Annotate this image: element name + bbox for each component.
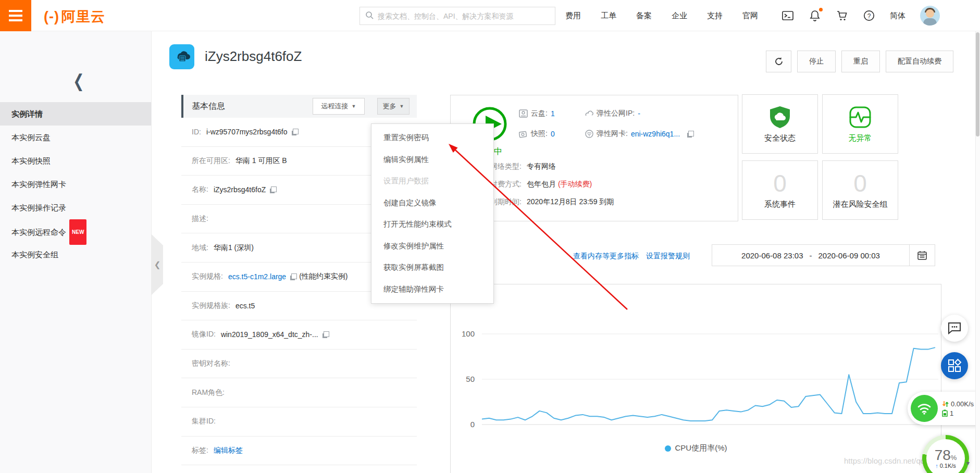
app-grid-icon	[947, 358, 962, 373]
sidebar-item[interactable]: 本实例云盘	[0, 126, 151, 149]
field-label: 标签:	[192, 446, 208, 455]
scrollbar-thumb[interactable]	[976, 32, 979, 136]
info-field-row: 镜像ID: win2019_1809_x64_dtc_zh-...	[181, 320, 417, 350]
eni-link[interactable]: eni-wz9hi6q1...	[631, 130, 680, 138]
page-title: iZys2rbsg4t6foZ	[205, 48, 302, 65]
hamburger-menu-button[interactable]	[0, 0, 31, 31]
date-to: 2020-06-09 00:03	[818, 251, 880, 260]
snapshot-count-link[interactable]: 0	[551, 130, 555, 138]
sidebar-item-label: 本实例远程命令	[11, 228, 66, 236]
sidebar-item[interactable]: 本实例远程命令NEW	[0, 219, 151, 243]
topnav-item[interactable]: 费用	[565, 11, 581, 21]
dropdown-menu-item[interactable]: 绑定辅助弹性网卡	[371, 279, 493, 301]
vertical-scrollbar	[975, 31, 980, 473]
legend-label: CPU使用率(%)	[675, 443, 727, 453]
system-events-label: 系统事件	[764, 200, 796, 209]
topnav-item[interactable]: 支持	[707, 11, 723, 21]
more-metrics-link[interactable]: 查看内存等更多指标	[573, 252, 639, 261]
chevron-down-icon: ▼	[352, 104, 356, 109]
field-label: 密钥对名称:	[192, 359, 230, 368]
cart-icon[interactable]	[836, 9, 848, 22]
sidebar-item[interactable]: 本实例弹性网卡	[0, 172, 151, 196]
topnav-item[interactable]: 备案	[636, 11, 652, 21]
search-input[interactable]	[378, 12, 550, 20]
sidebar-item[interactable]: 实例详情	[0, 102, 151, 126]
field-label: 镜像ID:	[192, 330, 216, 339]
system-events-card[interactable]: 0 系统事件	[742, 160, 818, 220]
stop-button[interactable]: 停止	[797, 51, 836, 72]
restart-button[interactable]: 重启	[841, 51, 880, 72]
dropdown-menu-item[interactable]: 创建自定义镜像	[371, 192, 493, 214]
wifi-icon	[911, 395, 938, 422]
sidebar-item[interactable]: 本实例操作记录	[0, 196, 151, 219]
sidebar-back-arrow[interactable]: ❮	[73, 70, 84, 91]
dropdown-menu-item[interactable]: 修改实例维护属性	[371, 235, 493, 257]
sidebar-item[interactable]: 本实例快照	[0, 149, 151, 172]
health-status-card[interactable]: 无异常	[822, 94, 898, 154]
remote-connect-button[interactable]: 远程连接▼	[313, 98, 365, 115]
snapshot-count-row: 快照:0	[519, 129, 555, 139]
language-switch[interactable]: 简体	[890, 11, 905, 21]
user-avatar[interactable]	[920, 6, 940, 26]
more-button[interactable]: 更多▼	[377, 98, 410, 115]
instance-action-buttons: 停止 重启 配置自动续费	[766, 51, 953, 72]
auto-renew-button[interactable]: 配置自动续费	[886, 51, 953, 72]
svg-text:23:15:00: 23:15:00	[553, 435, 584, 435]
cpu-usage-chart-panel: 05010023:15:0023:30:0023:45:0006-09 CPU使…	[450, 284, 941, 473]
chat-bubble-icon	[948, 322, 961, 334]
field-value: i-wz95707mys2rbsg4t6fo	[206, 128, 288, 136]
sidebar-menu: 实例详情 本实例云盘 本实例快照 本实例弹性网卡 本实例操作记录 本实例远程命令…	[0, 102, 151, 266]
field-value[interactable]: ecs.t5-c1m2.large	[228, 272, 286, 281]
app-grid-button[interactable]	[941, 352, 968, 379]
dropdown-menu-item[interactable]: 打开无性能约束模式	[371, 214, 493, 235]
global-search[interactable]	[359, 7, 555, 25]
alibaba-cloud-logo[interactable]: (-)阿里云	[44, 7, 105, 26]
logo-bracket-icon: (-)	[44, 9, 59, 24]
copy-icon[interactable]	[322, 331, 329, 338]
security-status-card[interactable]: 安全状态	[742, 94, 818, 154]
svg-text:0: 0	[470, 420, 475, 429]
copy-icon[interactable]	[292, 129, 299, 135]
calendar-button[interactable]	[910, 244, 935, 266]
sidebar-item[interactable]: 本实例安全组	[0, 243, 151, 266]
risk-count: 0	[853, 171, 867, 195]
refresh-button[interactable]	[766, 51, 791, 72]
disk-count-row: 云盘:1	[519, 109, 555, 118]
dropdown-menu-item[interactable]: 重置实例密码	[371, 127, 493, 149]
expire-time-row: 到期时间:2020年12月8日 23:59 到期	[480, 197, 614, 207]
notification-bell-icon[interactable]	[809, 9, 821, 22]
console-terminal-icon[interactable]	[781, 9, 794, 22]
calendar-icon	[917, 251, 927, 260]
feedback-chat-button[interactable]	[941, 315, 968, 342]
topnav-item[interactable]: 官网	[742, 11, 758, 21]
eip-icon	[585, 110, 593, 117]
copy-icon[interactable]	[687, 131, 694, 138]
svg-text:23:30:00: 23:30:00	[661, 435, 691, 435]
battery-count: 1	[950, 409, 953, 417]
collapse-widget-caret[interactable]: ▾	[966, 459, 970, 467]
field-label: RAM角色:	[192, 388, 225, 397]
topnav-item[interactable]: 工单	[601, 11, 616, 21]
alert-rules-link[interactable]: 设置报警规则	[646, 252, 690, 261]
network-speed-widget[interactable]: 0.00K/s 1	[908, 392, 980, 425]
field-value: ecs.t5	[235, 302, 255, 310]
help-icon[interactable]: ?	[863, 9, 875, 22]
copy-icon[interactable]	[270, 186, 277, 193]
chart-legend[interactable]: CPU使用率(%)	[451, 443, 941, 453]
disk-count-link[interactable]: 1	[551, 109, 555, 118]
field-value[interactable]: 编辑标签	[214, 446, 243, 455]
topnav-item[interactable]: 企业	[672, 11, 687, 21]
heartbeat-icon	[848, 105, 872, 129]
dropdown-menu-item[interactable]: 获取实例屏幕截图	[371, 257, 493, 279]
net-speed-value: 0.00K/s	[951, 400, 974, 408]
battery-icon	[942, 409, 948, 417]
health-card-label: 无异常	[849, 133, 872, 143]
dropdown-menu-item[interactable]: 设置用户数据	[371, 170, 493, 192]
dropdown-menu-item[interactable]: 编辑实例属性	[371, 149, 493, 171]
basic-info-header: 基本信息 远程连接▼ 更多▼	[181, 95, 417, 118]
date-range-picker[interactable]: 2020-06-08 23:03 - 2020-06-09 00:03	[712, 244, 910, 266]
risk-security-group-card[interactable]: 0 潜在风险安全组	[822, 160, 898, 220]
copy-icon[interactable]	[290, 273, 297, 280]
up-arrow-icon: ↑	[935, 463, 938, 469]
pay-type-row: 付费方式:包年包月 (手动续费)	[480, 180, 592, 189]
